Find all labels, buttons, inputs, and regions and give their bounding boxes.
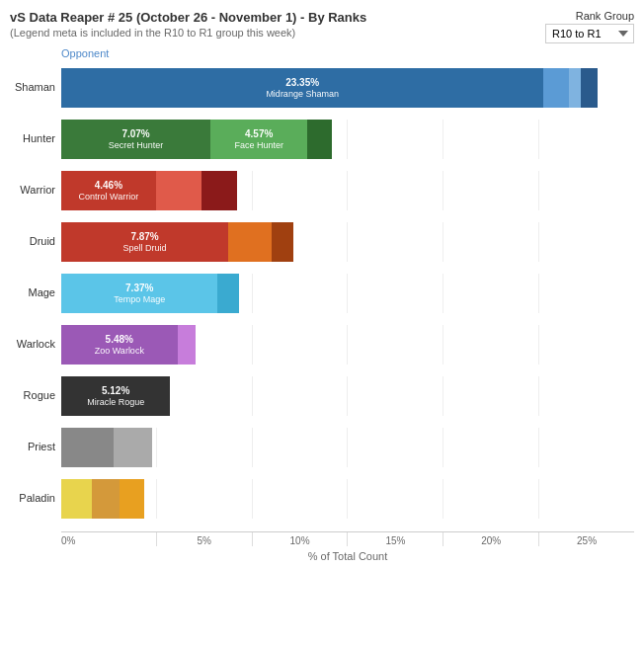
bars-wrapper: 7.07%Secret Hunter4.57%Face Hunter bbox=[61, 120, 634, 159]
bar-deck-name: Spell Druid bbox=[123, 243, 167, 253]
row-class-label: Warlock bbox=[10, 338, 61, 351]
row-class-label: Priest bbox=[10, 441, 61, 453]
bar-percentage: 4.46% bbox=[95, 180, 122, 192]
row-class-label: Druid bbox=[10, 235, 61, 248]
rank-group-select[interactable]: R10 to R1 Legend R20 to R11 bbox=[545, 24, 634, 43]
bar-segment: 7.07%Secret Hunter bbox=[61, 120, 210, 159]
bars-row: 7.87%Spell Druid bbox=[61, 222, 634, 262]
bar-percentage: 4.57% bbox=[245, 128, 273, 140]
bar-deck-name: Miracle Rogue bbox=[87, 397, 144, 407]
x-tick: 10% bbox=[252, 532, 348, 546]
row-class-label: Warrior bbox=[10, 184, 61, 197]
bars-wrapper: 7.87%Spell Druid bbox=[61, 222, 634, 262]
row-class-label: Mage bbox=[10, 286, 61, 299]
chart-title: vS Data Reaper # 25 (October 26 - Novemb… bbox=[10, 10, 545, 25]
row-class-label: Rogue bbox=[10, 389, 61, 402]
bar-percentage: 5.12% bbox=[102, 385, 129, 397]
bars-wrapper: 7.37%Tempo Mage bbox=[61, 274, 634, 313]
bar-segment bbox=[92, 479, 120, 519]
bar-segment: 23.35%Midrange Shaman bbox=[61, 68, 543, 108]
bar-percentage: 7.87% bbox=[130, 231, 158, 243]
bars-wrapper bbox=[61, 479, 634, 519]
rank-group-control: Rank Group R10 to R1 Legend R20 to R11 bbox=[545, 10, 634, 43]
bar-deck-name: Tempo Mage bbox=[114, 294, 165, 304]
bars-row: 4.46%Control Warrior bbox=[61, 171, 634, 210]
rank-group-label: Rank Group bbox=[576, 10, 634, 22]
chart-row: Rogue5.12%Miracle Rogue bbox=[10, 373, 634, 419]
bars-wrapper: 5.48%Zoo Warlock bbox=[61, 325, 634, 365]
bars-row bbox=[61, 479, 634, 519]
x-tick: 20% bbox=[443, 532, 538, 546]
bar-segment bbox=[543, 68, 568, 108]
main-container: vS Data Reaper # 25 (October 26 - Novemb… bbox=[0, 0, 644, 649]
row-class-label: Paladin bbox=[10, 492, 61, 505]
bar-segment: 4.57%Face Hunter bbox=[210, 120, 307, 159]
x-axis-title: % of Total Count bbox=[61, 550, 634, 562]
x-tick: 0% bbox=[61, 532, 156, 546]
chart-rows: Shaman23.35%Midrange ShamanHunter7.07%Se… bbox=[10, 65, 634, 527]
title-block: vS Data Reaper # 25 (October 26 - Novemb… bbox=[10, 10, 545, 39]
bar-segment bbox=[201, 171, 237, 210]
bar-segment bbox=[581, 68, 598, 108]
chart-row: Warlock5.48%Zoo Warlock bbox=[10, 322, 634, 367]
bar-percentage: 5.48% bbox=[106, 334, 133, 346]
bar-percentage: 7.37% bbox=[125, 283, 153, 294]
bar-segment bbox=[217, 274, 238, 313]
x-tick: 15% bbox=[347, 532, 443, 546]
bars-wrapper: 23.35%Midrange Shaman bbox=[61, 68, 634, 108]
bar-segment bbox=[61, 479, 92, 519]
chart-row: Paladin bbox=[10, 476, 634, 522]
chart-area: Shaman23.35%Midrange ShamanHunter7.07%Se… bbox=[10, 65, 634, 527]
bar-percentage: 23.35% bbox=[285, 77, 319, 89]
bars-row: 5.48%Zoo Warlock bbox=[61, 325, 634, 365]
bar-deck-name: Face Hunter bbox=[234, 140, 283, 150]
chart-header: vS Data Reaper # 25 (October 26 - Novemb… bbox=[10, 10, 634, 43]
bar-deck-name: Zoo Warlock bbox=[95, 346, 144, 356]
chart-row: Mage7.37%Tempo Mage bbox=[10, 271, 634, 316]
bars-wrapper: 4.46%Control Warrior bbox=[61, 171, 634, 210]
bar-deck-name: Secret Hunter bbox=[109, 140, 164, 150]
bar-segment: 4.46%Control Warrior bbox=[61, 171, 156, 210]
chart-row: Warrior4.46%Control Warrior bbox=[10, 168, 634, 213]
bar-segment: 7.37%Tempo Mage bbox=[61, 274, 217, 313]
bar-segment bbox=[569, 68, 581, 108]
bar-segment bbox=[272, 222, 293, 262]
bars-row: 7.07%Secret Hunter4.57%Face Hunter bbox=[61, 120, 634, 159]
bar-segment bbox=[114, 428, 152, 467]
bars-row: 5.12%Miracle Rogue bbox=[61, 376, 634, 416]
chart-subtitle: (Legend meta is included in the R10 to R… bbox=[10, 27, 545, 39]
x-tick: 5% bbox=[156, 532, 252, 546]
bar-segment bbox=[120, 479, 144, 519]
opponent-axis-label: Opponent bbox=[10, 47, 634, 59]
x-tick: 25% bbox=[538, 532, 634, 546]
x-ticks: 0%5%10%15%20%25% bbox=[61, 532, 634, 546]
bar-segment bbox=[228, 222, 272, 262]
row-class-label: Hunter bbox=[10, 132, 61, 145]
bar-segment: 5.48%Zoo Warlock bbox=[61, 325, 178, 365]
chart-row: Druid7.87%Spell Druid bbox=[10, 219, 634, 265]
bar-segment bbox=[156, 171, 201, 210]
row-class-label: Shaman bbox=[10, 81, 61, 94]
bars-row bbox=[61, 428, 634, 467]
chart-row: Shaman23.35%Midrange Shaman bbox=[10, 65, 634, 111]
bar-segment bbox=[307, 120, 332, 159]
chart-row: Hunter7.07%Secret Hunter4.57%Face Hunter bbox=[10, 117, 634, 162]
bar-percentage: 7.07% bbox=[121, 128, 149, 140]
bars-wrapper bbox=[61, 428, 634, 467]
bar-deck-name: Midrange Shaman bbox=[266, 89, 339, 99]
bar-segment bbox=[178, 325, 196, 365]
bar-segment: 7.87%Spell Druid bbox=[61, 222, 228, 262]
bars-row: 7.37%Tempo Mage bbox=[61, 274, 634, 313]
bars-wrapper: 5.12%Miracle Rogue bbox=[61, 376, 634, 416]
x-axis: 0%5%10%15%20%25% bbox=[61, 531, 634, 546]
bar-segment bbox=[61, 428, 114, 467]
chart-row: Priest bbox=[10, 425, 634, 470]
bar-segment: 5.12%Miracle Rogue bbox=[61, 376, 170, 416]
bars-row: 23.35%Midrange Shaman bbox=[61, 68, 634, 108]
bar-deck-name: Control Warrior bbox=[79, 192, 139, 202]
